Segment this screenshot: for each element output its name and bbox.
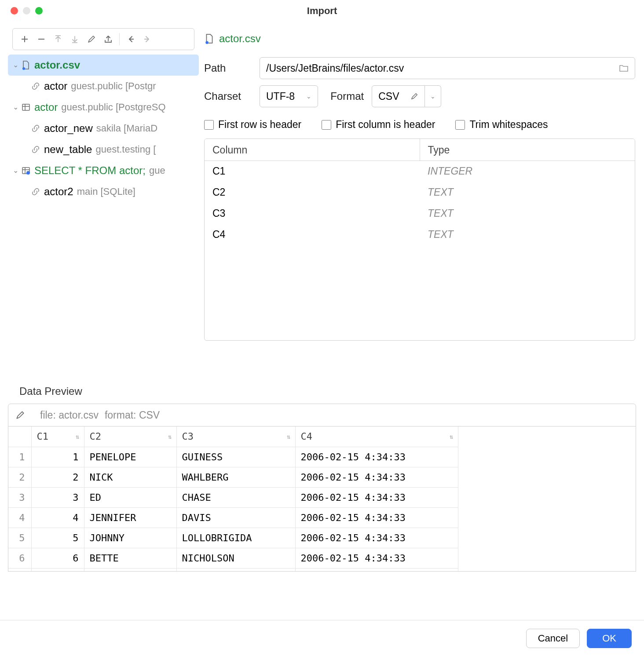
table-icon bbox=[20, 103, 32, 112]
preview-cell: NICHOLSON bbox=[176, 548, 295, 568]
preview-row[interactable]: 77GRACEMOSTEL2006-02-15 4:34:33 bbox=[8, 568, 458, 572]
svg-point-4 bbox=[205, 41, 209, 44]
svg-point-0 bbox=[22, 67, 25, 70]
cancel-button[interactable]: Cancel bbox=[526, 629, 580, 648]
preview-cell: 6 bbox=[31, 548, 84, 568]
preview-cell: 2006-02-15 4:34:33 bbox=[295, 528, 458, 548]
tree-node-suffix: gue bbox=[149, 160, 165, 181]
preview-cell: 2006-02-15 4:34:33 bbox=[295, 487, 458, 507]
preview-row[interactable]: 44JENNIFERDAVIS2006-02-15 4:34:33 bbox=[8, 507, 458, 528]
checkbox-label: First row is header bbox=[218, 119, 301, 131]
column-row[interactable]: C4TEXT bbox=[205, 224, 635, 245]
tree-node-actor-table[interactable]: ⌄ actor guest.public [PostgreSQ bbox=[8, 97, 199, 118]
checkbox-input[interactable] bbox=[455, 120, 465, 130]
data-preview-section: Data Preview file: actor.csv format: CSV… bbox=[0, 378, 644, 572]
columns-table: Column Type C1INTEGERC2TEXTC3TEXTC4TEXT bbox=[204, 138, 635, 341]
pencil-icon[interactable] bbox=[15, 410, 25, 420]
window-close-button[interactable] bbox=[11, 7, 18, 15]
path-label: Path bbox=[204, 62, 252, 74]
window-zoom-button[interactable] bbox=[35, 7, 43, 15]
charset-value: UTF-8 bbox=[266, 91, 295, 102]
preview-cell: 2 bbox=[31, 467, 84, 487]
preview-column-header[interactable]: C1⇅ bbox=[31, 426, 84, 447]
preview-column-header[interactable]: C3⇅ bbox=[176, 426, 295, 447]
data-preview-title: Data Preview bbox=[19, 385, 636, 397]
preview-cell: GRACE bbox=[84, 568, 176, 572]
preview-cell: 4 bbox=[31, 507, 84, 528]
tree-node-label: actor bbox=[44, 76, 67, 97]
preview-toolbar: file: actor.csv format: CSV bbox=[8, 404, 636, 426]
folder-icon[interactable] bbox=[619, 63, 629, 73]
preview-column-header[interactable]: C4⇅ bbox=[295, 426, 458, 447]
column-header-type[interactable]: Type bbox=[420, 139, 635, 160]
file-csv-icon bbox=[204, 33, 215, 44]
format-select[interactable]: CSV bbox=[372, 85, 425, 107]
column-row[interactable]: C1INTEGER bbox=[205, 161, 635, 182]
preview-row[interactable]: 66BETTENICHOLSON2006-02-15 4:34:33 bbox=[8, 548, 458, 568]
chevron-down-icon: ⌄ bbox=[306, 93, 311, 100]
preview-row[interactable]: 55JOHNNYLOLLOBRIGIDA2006-02-15 4:34:33 bbox=[8, 528, 458, 548]
export-button[interactable] bbox=[101, 32, 116, 47]
remove-button[interactable] bbox=[34, 32, 49, 47]
link-icon bbox=[30, 145, 41, 154]
path-input[interactable]: /Users/JetBrains/files/actor.csv bbox=[260, 57, 635, 79]
pencil-icon[interactable] bbox=[410, 92, 418, 100]
preview-cell: 3 bbox=[31, 487, 84, 507]
tree-node-suffix: main [SQLite] bbox=[77, 181, 135, 202]
preview-cell: BETTE bbox=[84, 548, 176, 568]
format-dropdown-button[interactable]: ⌄ bbox=[425, 85, 441, 107]
preview-format-label: format: CSV bbox=[105, 409, 160, 421]
preview-row[interactable]: 11PENELOPEGUINESS2006-02-15 4:34:33 bbox=[8, 447, 458, 467]
trim-whitespaces-checkbox[interactable]: Trim whitespaces bbox=[455, 119, 548, 131]
preview-file-label: file: actor.csv bbox=[40, 409, 99, 421]
first-column-header-checkbox[interactable]: First column is header bbox=[322, 119, 435, 131]
column-type: INTEGER bbox=[420, 161, 635, 182]
tree-node-label: SELECT * FROM actor; bbox=[34, 160, 146, 181]
tree-panel: ⌄ actor.csv actor guest.public [Postgr ⌄… bbox=[0, 26, 202, 378]
tree-node-actor-mapping[interactable]: actor guest.public [Postgr bbox=[8, 76, 199, 97]
preview-cell: 2006-02-15 4:34:33 bbox=[295, 568, 458, 572]
checkbox-input[interactable] bbox=[204, 120, 214, 130]
tree-node-label: actor.csv bbox=[34, 55, 80, 76]
link-icon bbox=[30, 187, 41, 196]
window-title: Import bbox=[0, 5, 644, 17]
tree-node-query[interactable]: ⌄ SELECT * FROM actor; gue bbox=[8, 160, 199, 181]
preview-cell: 7 bbox=[31, 568, 84, 572]
row-number: 1 bbox=[8, 447, 31, 467]
tree-node-new-table[interactable]: new_table guest.testing [ bbox=[8, 139, 199, 160]
edit-button[interactable] bbox=[84, 32, 99, 47]
tree-node-actor2[interactable]: actor2 main [SQLite] bbox=[8, 181, 199, 202]
format-value: CSV bbox=[378, 91, 399, 102]
column-row[interactable]: C3TEXT bbox=[205, 203, 635, 224]
move-up-button[interactable] bbox=[51, 32, 66, 47]
checkbox-input[interactable] bbox=[322, 120, 331, 130]
svg-rect-1 bbox=[22, 104, 29, 110]
tree-node-label: actor2 bbox=[44, 181, 73, 202]
tree-toolbar bbox=[12, 28, 194, 50]
move-down-button[interactable] bbox=[67, 32, 82, 47]
chevron-down-icon: ⌄ bbox=[11, 55, 20, 76]
tree[interactable]: ⌄ actor.csv actor guest.public [Postgr ⌄… bbox=[8, 54, 199, 202]
window-minimize-button[interactable] bbox=[23, 7, 30, 15]
back-button[interactable] bbox=[123, 32, 138, 47]
preview-column-header[interactable]: C2⇅ bbox=[84, 426, 176, 447]
tree-node-actor-new[interactable]: actor_new sakila [MariaD bbox=[8, 118, 199, 139]
first-row-header-checkbox[interactable]: First row is header bbox=[204, 119, 301, 131]
file-header: actor.csv bbox=[204, 26, 635, 51]
preview-row[interactable]: 22NICKWAHLBERG2006-02-15 4:34:33 bbox=[8, 467, 458, 487]
column-row[interactable]: C2TEXT bbox=[205, 182, 635, 203]
charset-select[interactable]: UTF-8 ⌄ bbox=[260, 85, 318, 107]
tree-node-label: actor bbox=[34, 97, 58, 118]
add-button[interactable] bbox=[17, 32, 32, 47]
checkbox-label: Trim whitespaces bbox=[469, 119, 548, 131]
ok-button[interactable]: OK bbox=[587, 629, 632, 648]
preview-row[interactable]: 33EDCHASE2006-02-15 4:34:33 bbox=[8, 487, 458, 507]
tree-node-label: actor_new bbox=[44, 118, 93, 139]
preview-cell: JOHNNY bbox=[84, 528, 176, 548]
column-header-name[interactable]: Column bbox=[205, 139, 420, 160]
tree-node-actor-csv[interactable]: ⌄ actor.csv bbox=[8, 55, 199, 76]
preview-cell: 2006-02-15 4:34:33 bbox=[295, 447, 458, 467]
toolbar-separator bbox=[119, 33, 120, 45]
forward-button[interactable] bbox=[140, 32, 155, 47]
row-number: 4 bbox=[8, 507, 31, 528]
